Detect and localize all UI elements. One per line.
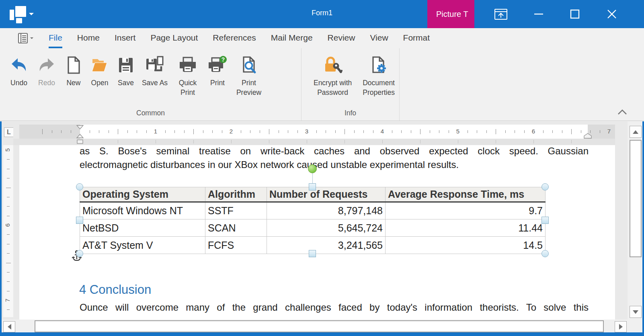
resize-handle-top-right[interactable] — [541, 183, 549, 191]
ruler-tick — [61, 130, 62, 133]
ruler-tick — [42, 129, 43, 134]
vertical-ruler[interactable]: 567 — [3, 145, 13, 317]
resize-handle-top[interactable] — [309, 183, 316, 191]
left-indent-marker[interactable] — [77, 139, 83, 144]
ruler-tick — [401, 130, 402, 133]
quick-print-icon — [176, 53, 199, 77]
ruler-tick — [7, 234, 10, 235]
minimize-icon — [534, 13, 544, 15]
ruler-tick — [486, 130, 487, 133]
print-preview-button[interactable]: Print Preview — [231, 53, 267, 97]
tab-references[interactable]: References — [213, 28, 256, 48]
right-indent-marker[interactable] — [583, 133, 592, 139]
document-properties-button[interactable]: Document Properties — [358, 53, 399, 97]
ruler-tick — [109, 130, 109, 133]
scroll-right-button[interactable] — [615, 321, 627, 332]
vertical-scroll-thumb[interactable] — [630, 140, 642, 257]
ruler-tick — [439, 130, 439, 133]
new-document-icon — [62, 53, 85, 77]
ruler-tick — [524, 130, 525, 133]
table-header-cell[interactable]: Number of Requests — [267, 187, 386, 202]
rotate-handle-connector — [312, 173, 313, 184]
minimize-button[interactable] — [527, 0, 550, 28]
contextual-tab-picture-tools[interactable]: Picture T — [427, 0, 474, 29]
ruler-tick — [212, 130, 213, 133]
ruler-tick — [127, 130, 128, 133]
table-cell[interactable]: SSTF — [205, 202, 267, 219]
ribbon-display-options-button[interactable] — [490, 0, 512, 28]
encrypt-with-password-button[interactable]: Encrypt with Password — [307, 53, 358, 97]
table-cell[interactable]: NetBSD — [80, 219, 205, 237]
ruler-tick — [468, 130, 468, 133]
print-button[interactable]: ? Print — [204, 53, 231, 88]
ruler-number: 1 — [152, 128, 160, 135]
save-as-button[interactable]: Save As — [138, 53, 171, 88]
scroll-left-button[interactable] — [3, 321, 15, 332]
tab-review[interactable]: Review — [328, 28, 355, 48]
table-cell[interactable]: 8,797,148 — [267, 202, 386, 219]
table-cell[interactable]: 5,645,724 — [267, 219, 386, 237]
table-cell[interactable]: 14.5 — [386, 237, 546, 254]
ruler-number: 2 — [227, 128, 235, 135]
ruler-tick — [411, 130, 411, 133]
collapse-ribbon-button[interactable] — [615, 107, 630, 117]
scroll-down-button[interactable] — [630, 306, 642, 318]
scroll-up-button[interactable] — [630, 126, 642, 138]
tab-view[interactable]: View — [370, 28, 388, 48]
document-table[interactable]: Operating SystemAlgorithmNumber of Reque… — [80, 187, 546, 254]
tab-insert[interactable]: Insert — [115, 28, 136, 48]
ruler-tick — [373, 130, 373, 133]
new-button[interactable]: New — [61, 53, 86, 88]
table-cell[interactable]: 9.7 — [386, 202, 546, 219]
vertical-scrollbar[interactable] — [628, 121, 642, 320]
ribbon-group-common: Undo Redo New — [0, 48, 301, 121]
table-cell[interactable]: Microsoft Windows NT — [80, 202, 205, 219]
open-button[interactable]: Open — [86, 53, 113, 88]
table-header-cell[interactable]: Algorithm — [205, 187, 267, 202]
resize-handle-bottom[interactable] — [309, 250, 316, 257]
qat-dropdown-caret-icon — [30, 37, 33, 39]
ruler-tick — [562, 130, 562, 133]
horizontal-scrollbar[interactable] — [2, 320, 642, 333]
resize-handle-top-left[interactable] — [76, 183, 83, 191]
table-header-cell[interactable]: Operating System — [80, 187, 205, 202]
table-cell[interactable]: FCFS — [205, 237, 267, 254]
ruler-tick — [279, 130, 279, 133]
quick-print-button[interactable]: Quick Print — [171, 53, 204, 97]
resize-handle-bottom-right[interactable] — [541, 250, 549, 257]
close-button[interactable] — [601, 0, 623, 28]
hanging-indent-marker[interactable] — [76, 134, 84, 138]
titlebar[interactable]: Form1 Picture T — [0, 0, 644, 28]
tab-page-layout[interactable]: Page Layout — [150, 28, 198, 48]
save-as-icon — [144, 53, 166, 77]
table-cell[interactable]: SCAN — [205, 219, 267, 237]
ruler-tick — [137, 130, 137, 133]
tab-file[interactable]: File — [49, 28, 62, 48]
save-button[interactable]: Save — [113, 53, 138, 88]
resize-handle-right[interactable] — [541, 217, 549, 224]
maximize-button[interactable] — [564, 0, 586, 28]
tab-mail-merge[interactable]: Mail Merge — [271, 28, 313, 48]
tab-home[interactable]: Home — [77, 28, 100, 48]
rotate-handle[interactable] — [308, 164, 317, 173]
tab-format[interactable]: Format — [403, 28, 430, 48]
ruler-tick — [354, 130, 355, 133]
resize-handle-left[interactable] — [76, 217, 83, 224]
table-cell[interactable]: 3,241,565 — [267, 237, 386, 254]
ruler-tick — [335, 130, 336, 133]
resize-handle-bottom-left[interactable] — [76, 250, 83, 257]
table-cell[interactable]: 11.44 — [386, 219, 546, 237]
ruler-tick — [165, 130, 166, 133]
ruler-number: 5 — [4, 146, 12, 154]
tab-stop-selector[interactable]: L — [4, 127, 14, 137]
horizontal-scroll-thumb[interactable] — [35, 320, 604, 332]
first-line-indent-marker[interactable] — [76, 125, 84, 129]
redo-button[interactable]: Redo — [32, 53, 61, 88]
table-header-cell[interactable]: Average Response Time, ms — [386, 187, 546, 202]
ruler-tick — [316, 130, 317, 133]
table-cell[interactable]: AT&T System V — [80, 237, 205, 254]
horizontal-ruler[interactable]: 1234567 — [13, 125, 615, 139]
quick-access-toolbar[interactable] — [18, 33, 33, 44]
undo-button[interactable]: Undo — [6, 53, 32, 88]
ruler-tick — [7, 216, 10, 216]
